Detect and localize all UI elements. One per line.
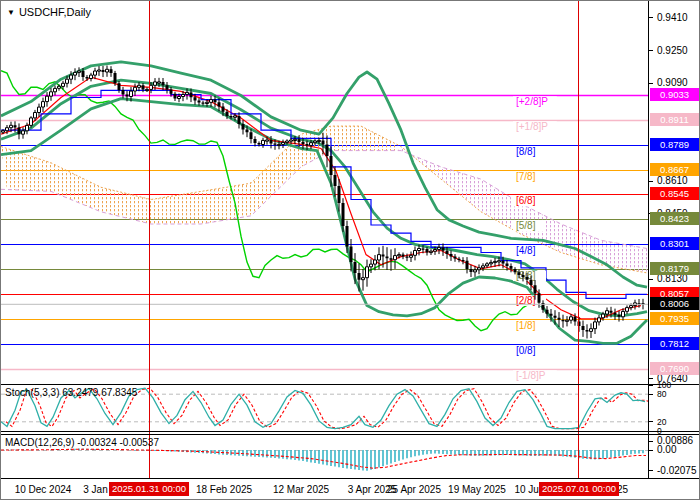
murrey-label: [+1/8]P xyxy=(516,121,548,132)
murrey-label: [8/8] xyxy=(516,146,536,157)
price-axis[interactable]: 0.94100.92500.90900.86100.84500.81300.76… xyxy=(648,1,700,479)
stoch-axis-tick xyxy=(649,421,653,422)
date-label: 10 Dec 2024 xyxy=(15,484,72,495)
symbol-dropdown-icon[interactable]: ▼ xyxy=(7,8,15,17)
window-separator[interactable] xyxy=(1,478,700,479)
price-axis-tick xyxy=(649,181,653,182)
price-axis-tick xyxy=(649,50,653,51)
trading-chart-window: [+2/8]P[+1/8]P[8/8][7/8][6/8][5/8][4/8][… xyxy=(0,0,700,500)
symbol-title: ▼USDCHF,Daily xyxy=(7,6,91,18)
murrey-label: [+2/8]P xyxy=(516,96,548,107)
price-level-badge: 0.8545 xyxy=(650,187,699,200)
stoch-axis-tick xyxy=(649,385,653,386)
murrey-label: [4/8] xyxy=(516,245,536,256)
price-axis-label: 0.8130 xyxy=(657,274,688,284)
price-axis-label: 0.9090 xyxy=(657,78,688,88)
date-label: 25 Apr 2025 xyxy=(387,484,441,495)
price-axis-tick xyxy=(649,17,653,18)
macd-indicator-label: MACD(12,26,9) -0.00324 -0.00537 xyxy=(5,437,159,448)
macd-axis-label: 0.00 xyxy=(657,445,676,455)
price-level-badge: 0.8179 xyxy=(650,262,699,275)
price-axis-label: 0.9410 xyxy=(657,13,688,23)
date-label: 18 Feb 2025 xyxy=(196,484,252,495)
murrey-label: [-1/8]P xyxy=(516,370,546,381)
current-price-badge: 0.8006 xyxy=(650,297,699,310)
murrey-label: [6/8] xyxy=(516,195,536,206)
price-level-badge: 0.8423 xyxy=(650,212,699,225)
macd-axis-tick xyxy=(649,450,653,451)
price-level-badge: 0.7690 xyxy=(650,362,699,375)
price-level-badge: 0.7812 xyxy=(650,337,699,350)
macd-axis-tick xyxy=(649,441,653,442)
price-level-badge: 0.8789 xyxy=(650,138,699,151)
window-separator[interactable] xyxy=(1,434,700,435)
murrey-label: [1/8] xyxy=(516,320,536,331)
chart-canvas[interactable]: [+2/8]P[+1/8]P[8/8][7/8][6/8][5/8][4/8][… xyxy=(1,1,648,479)
stoch-axis-tick xyxy=(649,394,653,395)
price-level-badge: 0.8301 xyxy=(650,237,699,250)
date-label: 12 Mar 2025 xyxy=(273,484,329,495)
price-axis-tick xyxy=(649,83,653,84)
price-level-badge: 0.7935 xyxy=(650,312,699,325)
price-axis-label: 0.9250 xyxy=(657,46,688,56)
date-event-badge: 2025.01.31 00:00 xyxy=(109,482,189,496)
murrey-label: [0/8] xyxy=(516,345,536,356)
macd-axis-label: -0.02075 xyxy=(657,466,696,476)
time-axis[interactable]: 10 Dec 20243 Jan 202518 Feb 202512 Mar 2… xyxy=(1,479,700,500)
date-event-badge: 2025.07.01 00:00 xyxy=(539,482,619,496)
stochastic-indicator-label: Stoch(5,3,3) 63.2479 67.8345 xyxy=(5,387,137,398)
price-axis-tick xyxy=(649,279,653,280)
price-level-badge: 0.8911 xyxy=(650,113,699,126)
window-separator[interactable] xyxy=(1,431,700,432)
stoch-axis-label: 80 xyxy=(657,390,666,399)
murrey-label: [5/8] xyxy=(516,220,536,231)
price-axis-label: 0.8610 xyxy=(657,176,688,186)
price-axis-tick xyxy=(649,378,653,379)
murrey-label: [7/8] xyxy=(516,171,536,182)
macd-axis-tick xyxy=(649,470,653,471)
price-level-badge: 0.8667 xyxy=(650,163,699,176)
price-level-badge: 0.9033 xyxy=(650,88,699,101)
date-label: 19 May 2025 xyxy=(448,484,506,495)
macd-histogram xyxy=(3,449,643,471)
macd-layer xyxy=(1,449,648,471)
symbol-title-text: USDCHF,Daily xyxy=(19,6,91,18)
window-separator[interactable] xyxy=(1,384,700,385)
